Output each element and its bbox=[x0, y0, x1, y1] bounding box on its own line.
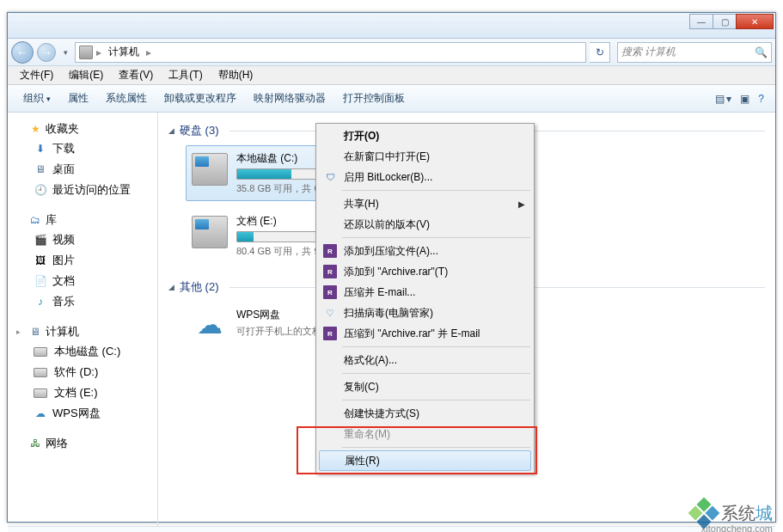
ctx-separator bbox=[342, 190, 530, 191]
window-controls: — ▢ ✕ bbox=[690, 14, 774, 29]
refresh-button[interactable]: ↻ bbox=[590, 42, 610, 63]
recent-icon: 🕘 bbox=[34, 183, 47, 197]
computer-icon bbox=[79, 46, 93, 59]
menu-help[interactable]: 帮助(H) bbox=[211, 66, 260, 84]
drive-icon bbox=[34, 368, 47, 377]
map-network-button[interactable]: 映射网络驱动器 bbox=[245, 88, 334, 109]
libraries-group: 🗂库 🎬视频 🖼图片 📄文档 ♪音乐 bbox=[11, 211, 154, 312]
menu-view[interactable]: 查看(V) bbox=[112, 66, 160, 84]
minimize-button[interactable]: — bbox=[689, 14, 713, 29]
computer-header[interactable]: ▸🖥计算机 bbox=[11, 322, 154, 341]
sidebar-item-pictures[interactable]: 🖼图片 bbox=[11, 250, 154, 271]
toolbar: 组织 属性 系统属性 卸载或更改程序 映射网络驱动器 打开控制面板 ▤▾ ▣ ? bbox=[8, 85, 775, 113]
shield-icon: 🛡 bbox=[323, 170, 337, 184]
ctx-separator bbox=[342, 237, 530, 238]
desktop-icon: 🖥 bbox=[34, 162, 47, 176]
ctx-properties[interactable]: 属性(R) bbox=[319, 450, 531, 471]
chevron-down-icon: ◢ bbox=[168, 126, 174, 135]
sidebar-item-documents[interactable]: 📄文档 bbox=[11, 271, 154, 291]
network-group: 🖧网络 bbox=[11, 434, 154, 453]
sidebar-item-drive-e[interactable]: 文档 (E:) bbox=[11, 382, 154, 403]
ctx-restore-versions[interactable]: 还原以前的版本(V) bbox=[318, 214, 532, 235]
titlebar: — ▢ ✕ bbox=[8, 13, 775, 39]
ctx-scan-virus[interactable]: ♡扫描病毒(电脑管家) bbox=[318, 303, 532, 323]
download-icon: ⬇ bbox=[34, 142, 47, 156]
view-mode-button[interactable]: ▤▾ bbox=[711, 89, 736, 108]
watermark-logo-icon bbox=[687, 496, 721, 530]
menubar: 文件(F) 编辑(E) 查看(V) 工具(T) 帮助(H) bbox=[8, 66, 775, 85]
sidebar-item-drive-d[interactable]: 软件 (D:) bbox=[11, 362, 154, 382]
rar-icon: R bbox=[323, 285, 337, 299]
network-icon: 🖧 bbox=[28, 437, 42, 450]
ctx-separator bbox=[342, 373, 530, 374]
system-properties-button[interactable]: 系统属性 bbox=[97, 88, 156, 109]
chevron-down-icon: ◢ bbox=[168, 283, 174, 291]
drive-icon bbox=[192, 216, 228, 248]
history-dropdown[interactable]: ▾ bbox=[59, 48, 71, 57]
open-control-panel-button[interactable]: 打开控制面板 bbox=[334, 88, 413, 109]
breadcrumb-computer[interactable]: 计算机 bbox=[105, 45, 143, 59]
star-icon: ★ bbox=[28, 122, 42, 136]
uninstall-button[interactable]: 卸载或更改程序 bbox=[156, 88, 245, 109]
picture-icon: 🖼 bbox=[34, 254, 47, 267]
library-icon: 🗂 bbox=[28, 213, 42, 227]
sidebar-item-desktop[interactable]: 🖥桌面 bbox=[11, 159, 154, 180]
context-menu: 打开(O) 在新窗口中打开(E) 🛡启用 BitLocker(B)... 共享(… bbox=[315, 123, 535, 474]
ctx-rename: 重命名(M) bbox=[318, 424, 532, 444]
sidebar-item-downloads[interactable]: ⬇下载 bbox=[11, 138, 154, 159]
favorites-header[interactable]: ★收藏夹 bbox=[11, 119, 154, 138]
network-header[interactable]: 🖧网络 bbox=[11, 434, 154, 453]
sidebar-item-videos[interactable]: 🎬视频 bbox=[11, 229, 154, 250]
menu-file[interactable]: 文件(F) bbox=[13, 66, 60, 84]
ctx-copy[interactable]: 复制(C) bbox=[318, 376, 532, 397]
breadcrumb-sep-icon: ▸ bbox=[96, 46, 101, 58]
address-bar[interactable]: ▸ 计算机 ▸ bbox=[75, 42, 586, 63]
ctx-add-archive-rar[interactable]: R添加到 "Archive.rar"(T) bbox=[318, 261, 532, 282]
sidebar-item-wps[interactable]: ☁WPS网盘 bbox=[11, 403, 154, 424]
computer-icon: 🖥 bbox=[28, 325, 42, 339]
properties-button[interactable]: 属性 bbox=[59, 88, 97, 109]
menu-edit[interactable]: 编辑(E) bbox=[62, 66, 110, 84]
search-icon: 🔍 bbox=[755, 46, 768, 58]
search-input[interactable]: 搜索 计算机 🔍 bbox=[617, 42, 772, 63]
rar-icon: R bbox=[323, 327, 337, 340]
organize-button[interactable]: 组织 bbox=[15, 88, 59, 109]
drive-icon bbox=[192, 153, 228, 186]
navigation-pane: ★收藏夹 ⬇下载 🖥桌面 🕘最近访问的位置 🗂库 🎬视频 🖼图片 📄文档 ♪音乐… bbox=[8, 113, 158, 526]
menu-tools[interactable]: 工具(T) bbox=[162, 66, 209, 84]
watermark-brand: 系统城 bbox=[721, 502, 773, 525]
close-button[interactable]: ✕ bbox=[736, 14, 774, 29]
qq-guard-icon: ♡ bbox=[323, 306, 337, 320]
help-button[interactable]: ? bbox=[754, 89, 768, 108]
ctx-share[interactable]: 共享(H)▶ bbox=[318, 193, 532, 214]
ctx-bitlocker[interactable]: 🛡启用 BitLocker(B)... bbox=[318, 167, 532, 187]
ctx-create-shortcut[interactable]: 创建快捷方式(S) bbox=[318, 403, 532, 424]
details-pane: 本地磁盘 (C:) 本地磁盘 已用空间: 可用空间:35.8 GB 总大小:60… bbox=[8, 526, 775, 532]
breadcrumb-sep-icon[interactable]: ▸ bbox=[146, 46, 151, 58]
cloud-icon: ☁ bbox=[34, 407, 47, 420]
ctx-add-archive[interactable]: R添加到压缩文件(A)... bbox=[318, 241, 532, 261]
ctx-open[interactable]: 打开(O) bbox=[318, 125, 532, 146]
favorites-group: ★收藏夹 ⬇下载 🖥桌面 🕘最近访问的位置 bbox=[11, 119, 154, 200]
ctx-separator bbox=[342, 447, 530, 448]
search-placeholder: 搜索 计算机 bbox=[621, 45, 676, 59]
rar-icon: R bbox=[323, 244, 337, 258]
ctx-open-new-window[interactable]: 在新窗口中打开(E) bbox=[318, 146, 532, 167]
document-icon: 📄 bbox=[34, 274, 47, 288]
sidebar-item-drive-c[interactable]: 本地磁盘 (C:) bbox=[11, 341, 154, 362]
ctx-zip-archive-email[interactable]: R压缩到 "Archive.rar" 并 E-mail bbox=[318, 323, 532, 344]
ctx-zip-email[interactable]: R压缩并 E-mail... bbox=[318, 282, 532, 303]
libraries-header[interactable]: 🗂库 bbox=[11, 211, 154, 229]
navigation-bar: ← → ▾ ▸ 计算机 ▸ ↻ 搜索 计算机 🔍 bbox=[8, 39, 775, 66]
forward-button[interactable]: → bbox=[37, 43, 56, 62]
watermark: 系统城 bbox=[692, 501, 773, 525]
ctx-format[interactable]: 格式化(A)... bbox=[318, 350, 532, 370]
sidebar-item-music[interactable]: ♪音乐 bbox=[11, 291, 154, 312]
sidebar-item-recent[interactable]: 🕘最近访问的位置 bbox=[11, 180, 154, 200]
preview-pane-button[interactable]: ▣ bbox=[736, 89, 754, 108]
back-button[interactable]: ← bbox=[11, 41, 34, 64]
drive-icon bbox=[34, 347, 47, 357]
music-icon: ♪ bbox=[34, 295, 47, 309]
maximize-button[interactable]: ▢ bbox=[713, 14, 737, 29]
ctx-separator bbox=[342, 400, 530, 401]
